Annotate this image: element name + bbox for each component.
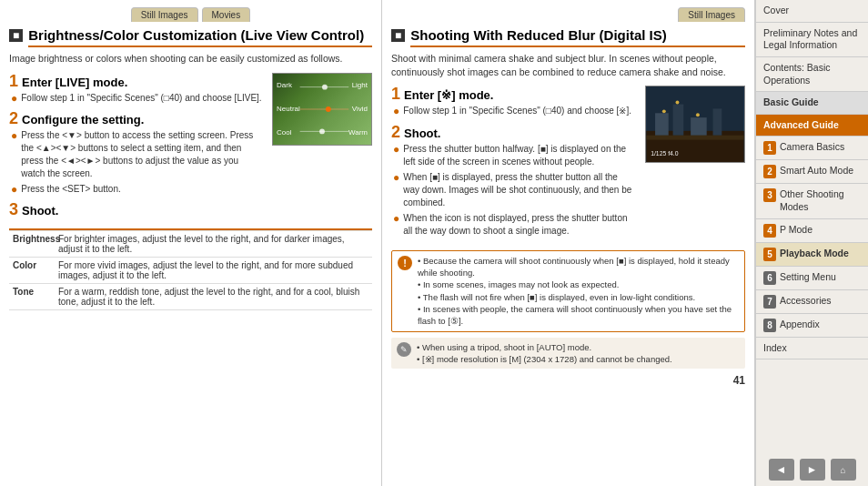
home-button[interactable]: ⌂: [831, 459, 856, 481]
sidebar-num-4: 4: [763, 224, 776, 238]
svg-rect-10: [691, 118, 707, 137]
sidebar-item-other-shooting[interactable]: 3 Other Shooting Modes: [756, 184, 868, 218]
right-step1-title: Enter [※] mode.: [404, 88, 493, 102]
svg-point-14: [696, 114, 700, 117]
sidebar-item-contents[interactable]: Contents: Basic Operations: [756, 57, 868, 92]
notes-text: • Because the camera will shoot continuo…: [418, 255, 739, 328]
sidebar-label-other-shooting: Other Shooting Modes: [780, 188, 861, 213]
tab-still-images-right[interactable]: Still Images: [678, 7, 745, 22]
step2: 2 Configure the setting. ● Press the <▼>…: [9, 110, 263, 196]
bullet-dot: ●: [11, 183, 17, 196]
bullet-dot: ●: [11, 129, 17, 180]
bullet-dot: ●: [393, 143, 399, 168]
right-intro: Shoot with minimal camera shake and subj…: [391, 52, 745, 78]
right-panel: Still Images ■ Shooting With Reduced Blu…: [382, 0, 755, 486]
right-step2-bullet3: When the icon is not displayed, press th…: [403, 212, 636, 238]
right-step2-num: 2: [391, 124, 400, 140]
table-row: Tone For a warm, reddish tone, adjust th…: [9, 284, 372, 310]
table-value-color: For more vivid images, adjust the level …: [55, 258, 372, 283]
table-value-tone: For a warm, reddish tone, adjust the lev…: [55, 284, 372, 309]
sidebar-item-appendix[interactable]: 8 Appendix: [756, 314, 868, 338]
step2-title: Configure the setting.: [22, 113, 144, 127]
page-number: 41: [391, 374, 745, 387]
right-section-title: Shooting With Reduced Blur (Digital IS): [410, 27, 745, 47]
right-image-col: 1/125 f4.0: [645, 86, 745, 242]
tips-icon: ✎: [397, 342, 411, 357]
table-row: Brightness For brighter images, adjust t…: [9, 230, 372, 258]
tips-text: • When using a tripod, shoot in [AUTO] m…: [417, 341, 672, 366]
sidebar-num-5: 5: [763, 248, 776, 261]
sidebar-label-setting-menu: Setting Menu: [780, 271, 836, 284]
step1-title: Enter [LIVE] mode.: [22, 76, 127, 89]
settings-table: Brightness For brighter images, adjust t…: [9, 228, 372, 310]
right-step1-num: 1: [391, 86, 400, 102]
sidebar-num-8: 8: [763, 319, 776, 332]
sidebar-item-index[interactable]: Index: [756, 338, 868, 360]
sidebar-item-smart-auto[interactable]: 2 Smart Auto Mode: [756, 160, 868, 184]
table-label-brightness: Brightness: [9, 231, 55, 257]
tab-still-images[interactable]: Still Images: [131, 7, 198, 22]
sidebar-navigation: ◄ ► ⌂: [756, 453, 868, 486]
right-section-marker: ■: [391, 29, 405, 42]
left-section-header: ■ Brightness/Color Customization (Live V…: [9, 27, 372, 47]
sidebar-item-basic-guide[interactable]: Basic Guide: [756, 92, 868, 115]
bullet-dot: ●: [11, 92, 17, 105]
tab-movies[interactable]: Movies: [202, 7, 251, 22]
sidebar-label-camera-basics: Camera Basics: [780, 141, 844, 154]
sidebar-num-2: 2: [763, 165, 776, 178]
sidebar-item-setting-menu[interactable]: 6 Setting Menu: [756, 267, 868, 290]
step1-body: ● Follow step 1 in "Specific Scenes" (□4…: [9, 92, 263, 105]
right-image: 1/125 f4.0: [645, 86, 745, 163]
sidebar-num-6: 6: [763, 271, 776, 285]
left-image-area: Dark Neutral Cool Light Vivid Warm: [272, 73, 372, 224]
step3-title: Shoot.: [22, 204, 58, 218]
svg-point-3: [322, 84, 328, 89]
sidebar-item-advanced-guide[interactable]: Advanced Guide: [756, 115, 868, 137]
left-image: Dark Neutral Cool Light Vivid Warm: [272, 73, 372, 146]
left-section-title: Brightness/Color Customization (Live Vie…: [28, 27, 372, 47]
table-row: Color For more vivid images, adjust the …: [9, 258, 372, 284]
svg-point-5: [319, 128, 325, 134]
notes-section: ! • Because the camera will shoot contin…: [391, 250, 745, 332]
right-section-header: ■ Shooting With Reduced Blur (Digital IS…: [391, 27, 745, 47]
step3-num: 3: [9, 201, 18, 218]
right-step1: 1 Enter [※] mode. ● Follow step 1 in "Sp…: [391, 86, 636, 117]
sidebar-num-7: 7: [763, 295, 776, 309]
tips-section: ✎ • When using a tripod, shoot in [AUTO]…: [391, 338, 745, 370]
bullet-dot: ●: [393, 212, 399, 238]
right-step1-body: ● Follow step 1 in "Specific Scenes" (□4…: [391, 105, 636, 117]
warning-icon: !: [398, 256, 412, 270]
table-value-brightness: For brighter images, adjust the level to…: [55, 231, 372, 257]
svg-point-12: [662, 110, 666, 114]
sidebar-item-prelim[interactable]: Preliminary Notes and Legal Information: [756, 23, 868, 57]
right-step2-bullet2: When [■] is displayed, press the shutter…: [403, 171, 636, 209]
steps-left: 1 Enter [LIVE] mode. ● Follow step 1 in …: [9, 73, 263, 224]
svg-point-4: [326, 106, 331, 112]
sidebar-item-accessories[interactable]: 7 Accessories: [756, 290, 868, 314]
svg-point-13: [676, 101, 680, 105]
sidebar-item-camera-basics[interactable]: 1 Camera Basics: [756, 137, 868, 160]
right-step1-bullet1: Follow step 1 in "Specific Scenes" (□40)…: [403, 105, 636, 117]
right-step2-bullet1: Press the shutter button halfway. [■] is…: [403, 143, 636, 168]
bullet-dot: ●: [393, 105, 399, 117]
step3: 3 Shoot.: [9, 201, 263, 218]
sidebar-label-accessories: Accessories: [780, 295, 832, 308]
next-button[interactable]: ►: [800, 459, 825, 481]
bullet-dot: ●: [393, 171, 399, 209]
prev-button[interactable]: ◄: [769, 459, 794, 481]
svg-rect-8: [655, 114, 669, 136]
sidebar-label-p-mode: P Mode: [780, 224, 812, 237]
step2-bullet1: Press the <▼> button to access the setti…: [21, 129, 263, 180]
step1: 1 Enter [LIVE] mode. ● Follow step 1 in …: [9, 73, 263, 105]
step2-body: ● Press the <▼> button to access the set…: [9, 129, 263, 196]
right-steps: 1 Enter [※] mode. ● Follow step 1 in "Sp…: [391, 86, 636, 242]
right-step2-body: ● Press the shutter button halfway. [■] …: [391, 143, 636, 238]
step1-num: 1: [9, 73, 18, 89]
section-marker: ■: [9, 29, 23, 42]
sidebar-item-cover[interactable]: Cover: [756, 0, 868, 23]
sidebar: Cover Preliminary Notes and Legal Inform…: [755, 0, 868, 486]
right-content-area: 1 Enter [※] mode. ● Follow step 1 in "Sp…: [391, 86, 745, 242]
sidebar-label-playback: Playback Mode: [780, 248, 849, 260]
sidebar-item-p-mode[interactable]: 4 P Mode: [756, 219, 868, 243]
sidebar-item-playback[interactable]: 5 Playback Mode: [756, 243, 868, 267]
